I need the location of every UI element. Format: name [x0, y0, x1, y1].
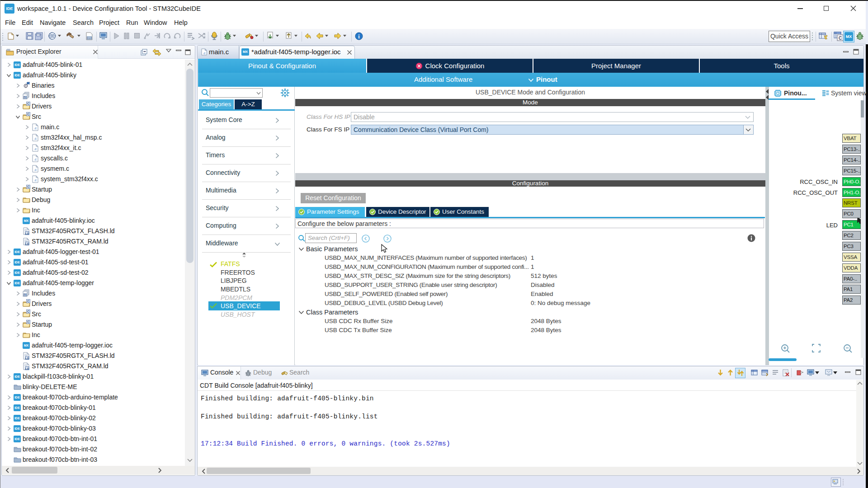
- svg-text:.c: .c: [34, 126, 37, 130]
- svg-text:010: 010: [87, 37, 91, 39]
- svg-text:.c: .c: [34, 168, 37, 172]
- svg-text:.c: .c: [203, 51, 205, 55]
- svg-text:.c: .c: [34, 136, 37, 141]
- svg-text:C: C: [839, 36, 842, 41]
- svg-text:.c: .c: [34, 157, 37, 161]
- svg-text:.c: .c: [34, 178, 37, 182]
- svg-text:.c: .c: [34, 147, 37, 151]
- svg-text:LD: LD: [25, 243, 29, 245]
- svg-text:LD: LD: [25, 232, 29, 235]
- svg-text:LD: LD: [25, 367, 29, 370]
- svg-text:LD: LD: [25, 357, 29, 360]
